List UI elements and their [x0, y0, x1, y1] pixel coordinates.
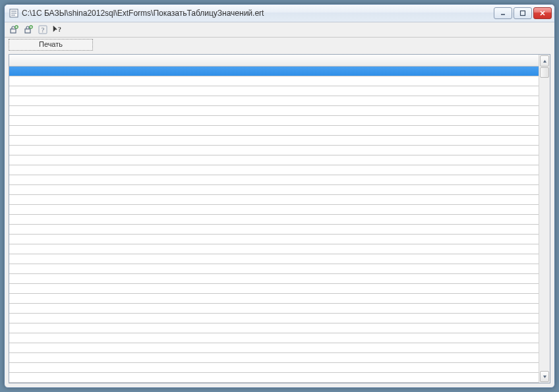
table-row[interactable]: [9, 373, 539, 383]
table-row[interactable]: [9, 116, 539, 126]
table-row[interactable]: [9, 225, 539, 235]
table-row[interactable]: [9, 106, 539, 116]
table-row[interactable]: [9, 96, 539, 106]
table-row[interactable]: [9, 363, 539, 373]
vertical-scrollbar[interactable]: [539, 55, 550, 383]
scroll-down-button[interactable]: [540, 371, 549, 382]
toolbar: ? ?: [5, 22, 554, 38]
table-row[interactable]: [9, 146, 539, 155]
svg-text:?: ?: [58, 26, 61, 33]
svg-rect-5: [25, 29, 30, 33]
table-row[interactable]: [9, 175, 539, 185]
titlebar[interactable]: C:\1С БАЗЫ\shina2012sql\ExtForms\Показат…: [5, 5, 554, 22]
svg-text:?: ?: [42, 26, 45, 34]
minimize-button[interactable]: [494, 7, 512, 19]
table-row[interactable]: [9, 67, 539, 76]
print-button[interactable]: Печать: [9, 39, 93, 51]
lock-open-icon[interactable]: [9, 24, 19, 35]
data-grid[interactable]: [9, 54, 550, 383]
whats-this-icon[interactable]: ?: [52, 24, 63, 35]
svg-point-6: [30, 26, 32, 28]
table-row[interactable]: [9, 343, 539, 353]
table-row[interactable]: [9, 195, 539, 205]
table-row[interactable]: [9, 323, 539, 333]
table-row[interactable]: [9, 126, 539, 136]
table-row[interactable]: [9, 353, 539, 363]
table-row[interactable]: [9, 136, 539, 146]
app-window: C:\1С БАЗЫ\shina2012sql\ExtForms\Показат…: [4, 4, 555, 388]
button-row: Печать: [5, 38, 554, 51]
close-button[interactable]: [533, 7, 552, 19]
table-row[interactable]: [9, 76, 539, 86]
help-icon[interactable]: ?: [38, 24, 48, 35]
table-row[interactable]: [9, 294, 539, 304]
table-row[interactable]: [9, 314, 539, 323]
svg-rect-3: [11, 29, 16, 33]
table-row[interactable]: [9, 215, 539, 225]
app-icon: [9, 8, 19, 18]
table-row[interactable]: [9, 264, 539, 274]
table-row[interactable]: [9, 185, 539, 195]
maximize-button[interactable]: [514, 7, 532, 19]
scroll-up-button[interactable]: [540, 55, 549, 67]
table-row[interactable]: [9, 205, 539, 215]
table-row[interactable]: [9, 235, 539, 244]
table-row[interactable]: [9, 155, 539, 165]
svg-rect-2: [521, 11, 525, 15]
table-row[interactable]: [9, 284, 539, 294]
table-row[interactable]: [9, 274, 539, 284]
scroll-thumb[interactable]: [540, 67, 549, 78]
grid-body[interactable]: [9, 55, 539, 383]
grid-header[interactable]: [9, 55, 539, 67]
table-row[interactable]: [9, 333, 539, 343]
table-row[interactable]: [9, 304, 539, 314]
table-row[interactable]: [9, 254, 539, 264]
lock-closed-icon[interactable]: [23, 24, 34, 35]
table-row[interactable]: [9, 86, 539, 96]
scroll-track[interactable]: [539, 67, 550, 370]
window-controls: [494, 7, 552, 19]
window-title: C:\1С БАЗЫ\shina2012sql\ExtForms\Показат…: [22, 9, 494, 18]
table-row[interactable]: [9, 244, 539, 254]
svg-point-4: [15, 26, 18, 28]
table-row[interactable]: [9, 165, 539, 175]
